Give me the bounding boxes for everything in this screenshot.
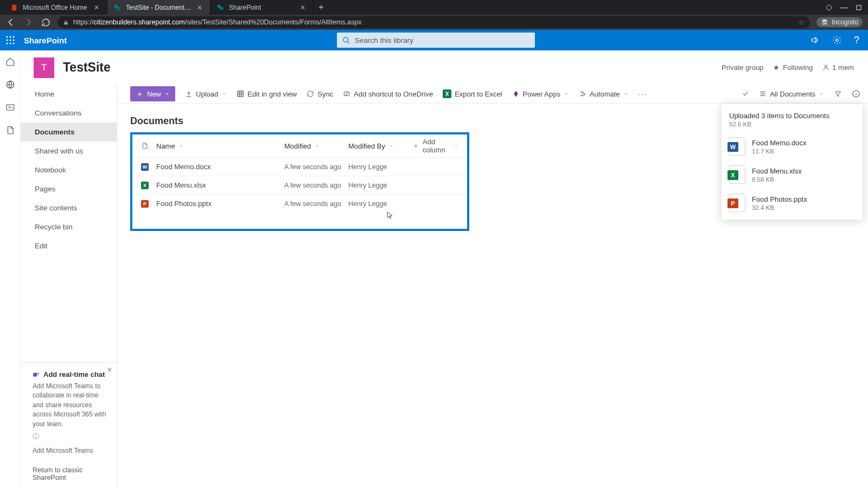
privacy-label: Private group xyxy=(722,63,763,72)
close-icon[interactable]: ✕ xyxy=(94,4,101,11)
modified-by-cell[interactable]: Henry Legge xyxy=(348,182,387,189)
leftnav-item[interactable]: Site contents xyxy=(21,198,117,217)
search-input[interactable]: Search this library xyxy=(337,33,535,48)
app-launcher-button[interactable] xyxy=(0,30,21,50)
automate-button[interactable]: Automate xyxy=(579,90,629,98)
check-icon[interactable] xyxy=(742,90,749,98)
minimize-icon[interactable]: — xyxy=(840,3,848,12)
globe-icon[interactable] xyxy=(5,80,15,89)
close-icon[interactable]: ✕ xyxy=(107,366,112,374)
grid-icon xyxy=(237,90,244,98)
maximize-icon[interactable] xyxy=(856,5,861,10)
leftnav-item[interactable]: Pages xyxy=(21,179,117,198)
svg-point-20 xyxy=(836,39,839,42)
file-name[interactable]: Food Memo.docx xyxy=(156,163,210,171)
add-teams-link[interactable]: Add Microsoft Teams xyxy=(33,447,110,454)
cast-icon[interactable] xyxy=(826,4,832,11)
file-name[interactable]: Food Photos.pptx xyxy=(156,200,212,208)
url-input[interactable]: https://citizenbuilders.sharepoint.com/s… xyxy=(58,16,810,28)
column-header-modified-by[interactable]: Modified By xyxy=(348,142,412,150)
file-name[interactable]: Food Menu.xlsx xyxy=(156,181,206,189)
flow-icon xyxy=(579,90,586,98)
megaphone-icon[interactable] xyxy=(810,35,820,45)
suite-header: SharePoint Search this library ? xyxy=(0,30,868,50)
toast-file-name: Food Menu.xlsx xyxy=(752,167,802,175)
toast-file-size: 32.4 KB xyxy=(752,204,807,211)
reload-icon[interactable] xyxy=(40,17,51,28)
new-tab-button[interactable]: ＋ xyxy=(314,0,329,15)
news-icon[interactable] xyxy=(5,102,15,112)
svg-point-4 xyxy=(220,6,224,10)
svg-rect-0 xyxy=(12,4,16,10)
close-icon[interactable]: ✕ xyxy=(197,4,205,11)
sync-button[interactable]: Sync xyxy=(307,90,333,98)
svg-point-23 xyxy=(825,65,827,67)
modified-by-cell[interactable]: Henry Legge xyxy=(348,163,387,171)
table-row[interactable]: XFood Menu.xlsxA few seconds agoHenry Le… xyxy=(132,176,467,194)
gear-icon[interactable] xyxy=(832,35,842,45)
column-header-modified[interactable]: Modified xyxy=(284,142,348,150)
sync-icon xyxy=(307,90,314,98)
svg-rect-24 xyxy=(33,373,37,376)
incognito-icon xyxy=(821,18,828,26)
global-nav-rail xyxy=(0,50,21,488)
plus-icon: ＋ xyxy=(136,89,144,99)
browser-tab[interactable]: Microsoft Office Home ✕ xyxy=(4,0,107,15)
powerapps-icon xyxy=(512,90,520,98)
export-excel-button[interactable]: X Export to Excel xyxy=(443,89,502,98)
browser-tab[interactable]: TestSite - Documents - All Docu… ✕ xyxy=(107,0,210,15)
forward-icon[interactable] xyxy=(23,17,34,28)
site-header: T TestSite Private group ★ Following 1 m… xyxy=(21,50,868,85)
person-icon xyxy=(822,64,829,71)
power-apps-button[interactable]: Power Apps xyxy=(512,90,569,98)
following-button[interactable]: ★ Following xyxy=(773,63,813,72)
incognito-badge[interactable]: Incognito xyxy=(816,17,863,27)
leftnav-item[interactable]: Documents xyxy=(21,123,117,142)
leftnav-item[interactable]: Edit xyxy=(21,236,117,255)
shortcut-button[interactable]: Add shortcut to OneDrive xyxy=(343,90,433,98)
star-filled-icon: ★ xyxy=(773,63,780,72)
filter-icon[interactable] xyxy=(834,90,842,98)
add-column-button[interactable]: ＋Add column xyxy=(412,138,458,154)
leftnav-item[interactable]: Recycle bin xyxy=(21,217,117,236)
view-switcher[interactable]: All Documents xyxy=(759,90,824,98)
back-icon[interactable] xyxy=(5,17,16,28)
leftnav-item[interactable]: Notebook xyxy=(21,160,117,179)
home-icon[interactable] xyxy=(5,57,15,67)
toast-file-size: 8.58 KB xyxy=(752,176,802,183)
info-icon[interactable] xyxy=(852,89,860,98)
column-header-name[interactable]: Name xyxy=(156,142,284,150)
svg-point-5 xyxy=(827,5,832,10)
help-icon[interactable]: ? xyxy=(854,35,859,46)
modified-by-cell[interactable]: Henry Legge xyxy=(348,200,387,208)
column-header-type[interactable] xyxy=(141,142,156,150)
table-row[interactable]: WFood Memo.docxA few seconds agoHenry Le… xyxy=(132,157,467,176)
sharepoint-icon xyxy=(113,3,122,12)
leftnav-item[interactable]: Home xyxy=(21,85,117,104)
browser-tab[interactable]: SharePoint ✕ xyxy=(210,0,314,15)
chevron-down-icon xyxy=(454,143,458,149)
more-button[interactable]: ··· xyxy=(639,90,648,98)
svg-point-16 xyxy=(7,43,8,44)
table-row[interactable]: PFood Photos.pptxA few seconds agoHenry … xyxy=(132,194,467,213)
star-icon[interactable]: ☆ xyxy=(798,18,805,27)
info-icon[interactable]: ⓘ xyxy=(33,432,110,441)
svg-point-9 xyxy=(825,23,827,25)
close-icon[interactable]: ✕ xyxy=(300,4,308,11)
svg-rect-7 xyxy=(64,22,67,24)
site-title[interactable]: TestSite xyxy=(63,60,111,75)
file-type-icon: P xyxy=(729,194,745,212)
files-icon[interactable] xyxy=(5,125,15,135)
leftnav-item[interactable]: Shared with us xyxy=(21,142,117,160)
app-name[interactable]: SharePoint xyxy=(21,36,70,45)
edit-grid-button[interactable]: Edit in grid view xyxy=(237,90,297,98)
svg-point-18 xyxy=(13,43,15,44)
return-classic-link[interactable]: Return to classic SharePoint xyxy=(21,460,117,488)
new-button[interactable]: ＋ New xyxy=(130,86,175,101)
site-logo[interactable]: T xyxy=(34,57,54,78)
leftnav-item[interactable]: Conversations xyxy=(21,104,117,123)
upload-button[interactable]: Upload xyxy=(185,90,227,98)
plus-icon: ＋ xyxy=(412,141,419,151)
members-button[interactable]: 1 mem xyxy=(822,63,854,72)
command-bar: ＋ New Upload Edit in grid view xyxy=(117,85,868,104)
